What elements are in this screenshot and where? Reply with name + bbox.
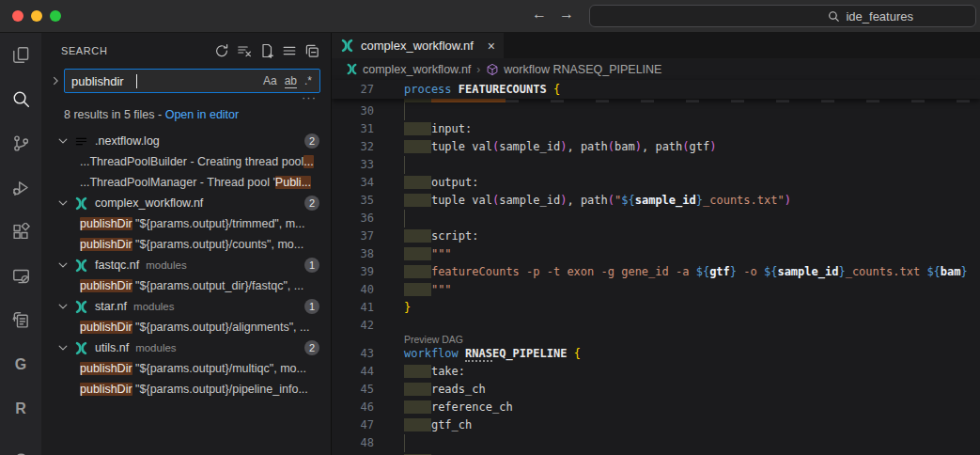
- codelens-preview-dag[interactable]: Preview DAG: [332, 335, 980, 345]
- search-match-row[interactable]: publishDir "${params.output}/trimmed", m…: [41, 213, 331, 234]
- nextflow-file-icon: [74, 341, 90, 355]
- code-line[interactable]: 33: [332, 156, 980, 174]
- match-highlight: publishDir: [80, 321, 132, 334]
- code-line[interactable]: 41}: [332, 299, 980, 317]
- activity-search-icon[interactable]: [0, 77, 41, 121]
- search-input[interactable]: [65, 74, 263, 88]
- chevron-down-icon[interactable]: [56, 341, 71, 354]
- breadcrumb-symbol[interactable]: workflow RNASEQ_PIPELINE: [486, 63, 661, 76]
- tab-label: complex_workflow.nf: [361, 39, 481, 53]
- code-line[interactable]: 39 featureCounts -p -t exon -g gene_id -…: [332, 263, 980, 281]
- view-as-list-button[interactable]: [279, 41, 299, 61]
- breadcrumb-file[interactable]: complex_workflow.nf: [346, 63, 471, 76]
- file-name: star.nf: [95, 300, 127, 313]
- file-meta: modules: [135, 342, 176, 353]
- breadcrumb: complex_workflow.nf › workflow RNASEQ_PI…: [332, 58, 980, 80]
- collapse-all-button[interactable]: [302, 41, 321, 61]
- breadcrumb-separator: ›: [476, 63, 480, 76]
- command-center-search[interactable]: ide_features: [589, 5, 976, 27]
- file-name: complex_workflow.nf: [95, 196, 203, 210]
- code-line[interactable]: 46 reference_ch: [332, 399, 980, 416]
- search-result-file-row[interactable]: complex_workflow.nf2: [41, 193, 331, 213]
- text-caret: [136, 74, 137, 88]
- search-result-file-row[interactable]: .nextflow.log2: [41, 131, 331, 151]
- chevron-down-icon[interactable]: [56, 196, 71, 210]
- file-meta: modules: [146, 259, 186, 271]
- activity-source-control-icon[interactable]: [0, 121, 41, 165]
- search-match-row[interactable]: publishDir "${params.output}/alignments"…: [41, 317, 331, 337]
- code-line[interactable]: 45 reads_ch: [332, 381, 980, 399]
- refresh-button[interactable]: [211, 41, 231, 61]
- code-line[interactable]: 47 gtf_ch: [332, 416, 980, 434]
- clear-results-button[interactable]: [234, 41, 254, 61]
- open-in-editor-link[interactable]: Open in editor: [165, 108, 240, 121]
- back-button[interactable]: ←: [532, 6, 547, 23]
- code-line[interactable]: 48: [332, 434, 980, 452]
- chevron-down-icon[interactable]: [56, 134, 71, 148]
- search-result-file-row[interactable]: star.nfmodules1: [41, 296, 331, 317]
- code-line[interactable]: 30: [332, 102, 980, 120]
- line-number: 30: [332, 102, 374, 120]
- code-line[interactable]: 40 """: [332, 281, 980, 299]
- chevron-down-icon[interactable]: [56, 300, 71, 313]
- code-line[interactable]: 36: [332, 210, 980, 228]
- close-window-button[interactable]: [12, 10, 23, 22]
- nextflow-file-icon: [74, 259, 90, 273]
- search-match-row[interactable]: ...ThreadPoolManager - Thread pool 'Publ…: [41, 172, 331, 193]
- code-line[interactable]: 37 script:: [332, 228, 980, 245]
- activity-r-language-icon[interactable]: R: [0, 386, 41, 431]
- line-number: 37: [332, 228, 374, 245]
- search-match-row[interactable]: publishDir "${params.output}/pipeline_in…: [41, 379, 331, 400]
- code-line[interactable]: 38 """: [332, 245, 980, 263]
- breadcrumb-symbol-label: workflow RNASEQ_PIPELINE: [504, 63, 661, 76]
- code-line[interactable]: 35 tuple val(sample_id), path("${sample_…: [332, 192, 980, 210]
- activity-cloud-icon[interactable]: [0, 431, 41, 455]
- code-line[interactable]: 32 tuple val(sample_id), path(bam), path…: [332, 138, 980, 156]
- search-match-row[interactable]: ...ThreadPoolBuilder - Creating thread p…: [41, 151, 331, 172]
- toggle-replace-chevron-icon[interactable]: [49, 69, 63, 87]
- search-match-row[interactable]: publishDir "${params.output}/counts", mo…: [41, 234, 331, 255]
- line-number: 38: [332, 245, 374, 263]
- match-count-badge: 1: [304, 299, 319, 314]
- forward-button[interactable]: →: [559, 6, 574, 23]
- regex-button[interactable]: .*: [304, 74, 312, 87]
- close-tab-icon[interactable]: ×: [488, 39, 495, 53]
- line-number: 39: [332, 263, 374, 281]
- minimize-window-button[interactable]: [31, 10, 42, 22]
- tab-complex-workflow[interactable]: complex_workflow.nf ×: [332, 33, 504, 58]
- activity-extensions-icon[interactable]: [0, 210, 41, 254]
- line-number: 47: [332, 416, 374, 434]
- activity-run-debug-icon[interactable]: [0, 165, 41, 210]
- fullscreen-window-button[interactable]: [50, 10, 61, 22]
- activity-snippets-icon[interactable]: [0, 298, 41, 342]
- search-match-row[interactable]: publishDir "${params.output_dir}/fastqc"…: [41, 275, 331, 296]
- search-match-row[interactable]: publishDir "${params.output}/multiqc", m…: [41, 358, 331, 379]
- code-line[interactable]: 42: [332, 317, 980, 335]
- breadcrumb-file-label: complex_workflow.nf: [363, 63, 471, 76]
- code-line[interactable]: 44 take:: [332, 363, 980, 381]
- search-result-file-row[interactable]: utils.nfmodules2: [41, 337, 331, 358]
- toggle-search-details-button[interactable]: ···: [41, 93, 331, 105]
- code-line[interactable]: 43workflow RNASEQ_PIPELINE {: [332, 345, 980, 363]
- line-number: 46: [332, 399, 374, 416]
- match-highlight: ...: [303, 155, 313, 168]
- code-viewport: 3031 input:32 tuple val(sample_id), path…: [332, 102, 980, 455]
- match-case-button[interactable]: Aa: [263, 74, 277, 87]
- log-file-icon: [74, 134, 90, 149]
- code-line[interactable]: 31 input:: [332, 120, 980, 138]
- search-result-file-row[interactable]: fastqc.nfmodules1: [41, 255, 331, 275]
- chevron-down-icon[interactable]: [56, 259, 71, 272]
- line-number: 35: [332, 192, 374, 210]
- match-count-badge: 1: [304, 258, 319, 273]
- new-search-editor-button[interactable]: [257, 41, 276, 61]
- sticky-scroll-line[interactable]: 27process FEATURECOUNTS {: [332, 80, 980, 99]
- code-line[interactable]: 34 output:: [332, 174, 980, 192]
- whole-word-button[interactable]: ab: [285, 74, 297, 88]
- match-count-badge: 2: [304, 340, 319, 355]
- activity-gitlens-icon[interactable]: G: [0, 342, 41, 386]
- code-line[interactable]: 27process FEATURECOUNTS {: [332, 81, 560, 99]
- match-highlight: publishDir: [80, 383, 132, 396]
- nextflow-file-icon: [340, 39, 354, 53]
- activity-remote-explorer-icon[interactable]: [0, 254, 41, 298]
- activity-explorer-icon[interactable]: [0, 33, 41, 77]
